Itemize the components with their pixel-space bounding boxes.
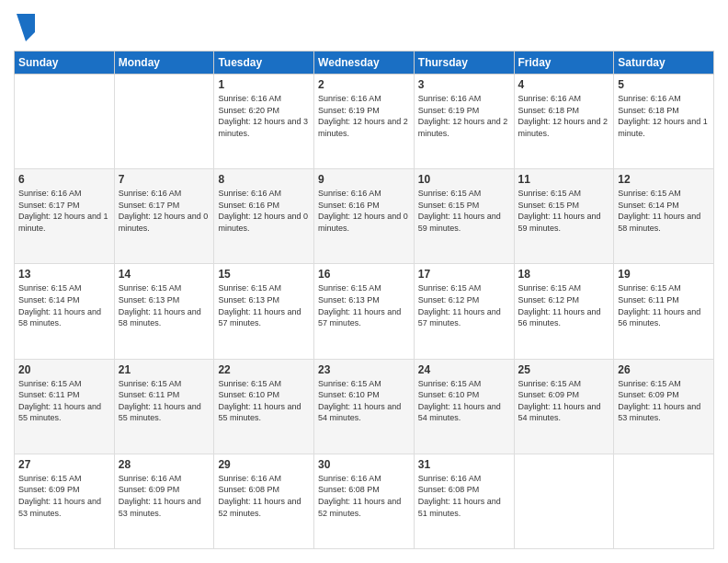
calendar-cell: 1Sunrise: 6:16 AM Sunset: 6:20 PM Daylig… — [214, 75, 314, 169]
day-info: Sunrise: 6:15 AM Sunset: 6:11 PM Dayligh… — [18, 378, 110, 424]
calendar-cell: 19Sunrise: 6:15 AM Sunset: 6:11 PM Dayli… — [614, 264, 714, 359]
day-info: Sunrise: 6:15 AM Sunset: 6:09 PM Dayligh… — [18, 473, 110, 519]
day-header-friday: Friday — [514, 52, 614, 75]
calendar-cell: 13Sunrise: 6:15 AM Sunset: 6:14 PM Dayli… — [15, 264, 115, 359]
day-number: 5 — [618, 78, 710, 91]
day-number: 27 — [18, 458, 110, 471]
day-info: Sunrise: 6:16 AM Sunset: 6:20 PM Dayligh… — [218, 93, 310, 139]
header — [14, 14, 714, 41]
calendar-cell: 20Sunrise: 6:15 AM Sunset: 6:11 PM Dayli… — [15, 359, 115, 454]
day-info: Sunrise: 6:15 AM Sunset: 6:14 PM Dayligh… — [618, 188, 710, 234]
day-number: 30 — [318, 458, 410, 471]
day-number: 18 — [518, 268, 610, 281]
day-info: Sunrise: 6:16 AM Sunset: 6:19 PM Dayligh… — [418, 93, 510, 139]
calendar-week-0: 1Sunrise: 6:16 AM Sunset: 6:20 PM Daylig… — [15, 75, 714, 169]
day-header-saturday: Saturday — [614, 52, 714, 75]
day-info: Sunrise: 6:16 AM Sunset: 6:17 PM Dayligh… — [18, 188, 110, 234]
day-number: 24 — [418, 363, 510, 376]
day-number: 15 — [218, 268, 310, 281]
logo-icon — [17, 14, 35, 41]
day-info: Sunrise: 6:15 AM Sunset: 6:14 PM Dayligh… — [18, 282, 110, 328]
calendar-week-1: 6Sunrise: 6:16 AM Sunset: 6:17 PM Daylig… — [15, 169, 714, 264]
calendar-cell: 30Sunrise: 6:16 AM Sunset: 6:08 PM Dayli… — [314, 454, 415, 548]
day-number: 16 — [318, 268, 410, 281]
day-info: Sunrise: 6:15 AM Sunset: 6:11 PM Dayligh… — [618, 282, 710, 328]
calendar-cell: 24Sunrise: 6:15 AM Sunset: 6:10 PM Dayli… — [414, 359, 514, 454]
day-header-thursday: Thursday — [414, 52, 514, 75]
day-number: 25 — [518, 363, 610, 376]
day-info: Sunrise: 6:15 AM Sunset: 6:10 PM Dayligh… — [418, 378, 510, 424]
calendar-cell: 29Sunrise: 6:16 AM Sunset: 6:08 PM Dayli… — [214, 454, 314, 548]
calendar-week-3: 20Sunrise: 6:15 AM Sunset: 6:11 PM Dayli… — [15, 359, 714, 454]
day-number: 20 — [18, 363, 110, 376]
day-info: Sunrise: 6:16 AM Sunset: 6:08 PM Dayligh… — [218, 473, 310, 519]
calendar-cell: 7Sunrise: 6:16 AM Sunset: 6:17 PM Daylig… — [114, 169, 214, 264]
day-info: Sunrise: 6:15 AM Sunset: 6:12 PM Dayligh… — [418, 282, 510, 328]
calendar-cell: 9Sunrise: 6:16 AM Sunset: 6:16 PM Daylig… — [314, 169, 415, 264]
calendar-cell: 31Sunrise: 6:16 AM Sunset: 6:08 PM Dayli… — [414, 454, 514, 548]
logo — [14, 14, 35, 41]
calendar-header-row: SundayMondayTuesdayWednesdayThursdayFrid… — [15, 52, 714, 75]
day-number: 13 — [18, 268, 110, 281]
calendar-cell: 21Sunrise: 6:15 AM Sunset: 6:11 PM Dayli… — [114, 359, 214, 454]
calendar-cell: 14Sunrise: 6:15 AM Sunset: 6:13 PM Dayli… — [114, 264, 214, 359]
calendar-cell: 16Sunrise: 6:15 AM Sunset: 6:13 PM Dayli… — [314, 264, 415, 359]
day-number: 4 — [518, 78, 610, 91]
day-number: 31 — [418, 458, 510, 471]
day-info: Sunrise: 6:15 AM Sunset: 6:10 PM Dayligh… — [218, 378, 310, 424]
day-number: 26 — [618, 363, 710, 376]
calendar-cell — [514, 454, 614, 548]
calendar-cell: 23Sunrise: 6:15 AM Sunset: 6:10 PM Dayli… — [314, 359, 415, 454]
day-info: Sunrise: 6:16 AM Sunset: 6:08 PM Dayligh… — [418, 473, 510, 519]
day-info: Sunrise: 6:15 AM Sunset: 6:11 PM Dayligh… — [119, 378, 210, 424]
day-info: Sunrise: 6:15 AM Sunset: 6:13 PM Dayligh… — [318, 282, 410, 328]
page: SundayMondayTuesdayWednesdayThursdayFrid… — [0, 0, 728, 563]
day-info: Sunrise: 6:15 AM Sunset: 6:09 PM Dayligh… — [518, 378, 610, 424]
calendar-week-2: 13Sunrise: 6:15 AM Sunset: 6:14 PM Dayli… — [15, 264, 714, 359]
day-number: 29 — [218, 458, 310, 471]
calendar-cell: 5Sunrise: 6:16 AM Sunset: 6:18 PM Daylig… — [614, 75, 714, 169]
day-info: Sunrise: 6:15 AM Sunset: 6:15 PM Dayligh… — [518, 188, 610, 234]
day-number: 3 — [418, 78, 510, 91]
day-number: 28 — [119, 458, 210, 471]
calendar-cell: 15Sunrise: 6:15 AM Sunset: 6:13 PM Dayli… — [214, 264, 314, 359]
day-info: Sunrise: 6:15 AM Sunset: 6:12 PM Dayligh… — [518, 282, 610, 328]
day-number: 19 — [618, 268, 710, 281]
day-header-wednesday: Wednesday — [314, 52, 415, 75]
calendar-cell: 10Sunrise: 6:15 AM Sunset: 6:15 PM Dayli… — [414, 169, 514, 264]
day-info: Sunrise: 6:16 AM Sunset: 6:17 PM Dayligh… — [119, 188, 210, 234]
day-number: 2 — [318, 78, 410, 91]
day-info: Sunrise: 6:15 AM Sunset: 6:13 PM Dayligh… — [218, 282, 310, 328]
day-number: 23 — [318, 363, 410, 376]
calendar-cell: 25Sunrise: 6:15 AM Sunset: 6:09 PM Dayli… — [514, 359, 614, 454]
day-info: Sunrise: 6:16 AM Sunset: 6:09 PM Dayligh… — [119, 473, 210, 519]
calendar-cell: 22Sunrise: 6:15 AM Sunset: 6:10 PM Dayli… — [214, 359, 314, 454]
day-number: 17 — [418, 268, 510, 281]
calendar-cell: 27Sunrise: 6:15 AM Sunset: 6:09 PM Dayli… — [15, 454, 115, 548]
calendar-cell: 17Sunrise: 6:15 AM Sunset: 6:12 PM Dayli… — [414, 264, 514, 359]
day-header-monday: Monday — [114, 52, 214, 75]
calendar-week-4: 27Sunrise: 6:15 AM Sunset: 6:09 PM Dayli… — [15, 454, 714, 548]
calendar-cell: 26Sunrise: 6:15 AM Sunset: 6:09 PM Dayli… — [614, 359, 714, 454]
day-info: Sunrise: 6:15 AM Sunset: 6:10 PM Dayligh… — [318, 378, 410, 424]
calendar-cell — [15, 75, 115, 169]
svg-marker-0 — [17, 14, 35, 41]
day-number: 1 — [218, 78, 310, 91]
calendar-cell: 8Sunrise: 6:16 AM Sunset: 6:16 PM Daylig… — [214, 169, 314, 264]
day-number: 11 — [518, 173, 610, 186]
day-number: 14 — [119, 268, 210, 281]
calendar-cell: 11Sunrise: 6:15 AM Sunset: 6:15 PM Dayli… — [514, 169, 614, 264]
day-info: Sunrise: 6:15 AM Sunset: 6:09 PM Dayligh… — [618, 378, 710, 424]
day-number: 22 — [218, 363, 310, 376]
day-info: Sunrise: 6:16 AM Sunset: 6:18 PM Dayligh… — [618, 93, 710, 139]
calendar-table: SundayMondayTuesdayWednesdayThursdayFrid… — [14, 51, 714, 549]
calendar-cell: 18Sunrise: 6:15 AM Sunset: 6:12 PM Dayli… — [514, 264, 614, 359]
day-number: 9 — [318, 173, 410, 186]
day-number: 12 — [618, 173, 710, 186]
day-info: Sunrise: 6:16 AM Sunset: 6:19 PM Dayligh… — [318, 93, 410, 139]
day-info: Sunrise: 6:15 AM Sunset: 6:13 PM Dayligh… — [119, 282, 210, 328]
calendar-cell — [614, 454, 714, 548]
day-number: 21 — [119, 363, 210, 376]
calendar-cell: 3Sunrise: 6:16 AM Sunset: 6:19 PM Daylig… — [414, 75, 514, 169]
day-number: 8 — [218, 173, 310, 186]
